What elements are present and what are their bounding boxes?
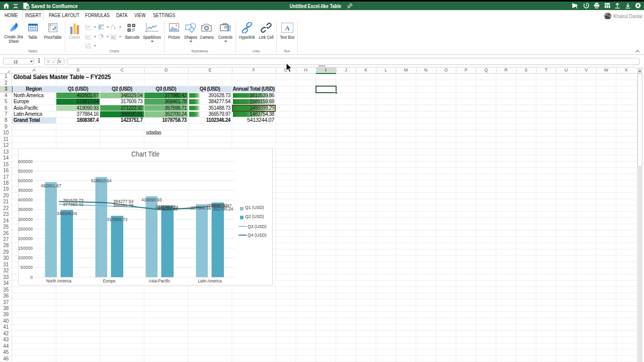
svg-text:Q3 (USD): Q3 (USD): [248, 224, 267, 229]
svg-text:550000: 550000: [18, 169, 33, 174]
svg-text:419090.93: 419090.93: [141, 197, 162, 202]
svg-text:352700.24: 352700.24: [213, 206, 233, 211]
svg-text:200000: 200000: [18, 236, 33, 241]
svg-text:Q2 (USD): Q2 (USD): [245, 214, 264, 219]
svg-text:Q1 (USD): Q1 (USD): [245, 205, 264, 210]
svg-text:500000: 500000: [18, 178, 33, 183]
svg-text:377980.42: 377980.42: [63, 202, 84, 207]
svg-text:Asia-Pacific: Asia-Pacific: [149, 278, 171, 283]
svg-text:Europe: Europe: [103, 278, 116, 283]
svg-text:Latin America: Latin America: [198, 278, 222, 283]
svg-text:350000: 350000: [18, 207, 33, 212]
svg-text:150000: 150000: [18, 246, 33, 251]
svg-text:518810.64: 518810.64: [91, 178, 112, 183]
svg-text:317609.73: 317609.73: [107, 217, 127, 222]
svg-text:400000: 400000: [18, 197, 33, 202]
svg-text:300000: 300000: [18, 217, 33, 222]
svg-text:450000: 450000: [18, 188, 33, 193]
svg-text:368461.78: 368461.78: [113, 203, 134, 208]
svg-text:0: 0: [30, 275, 33, 280]
svg-text:North America: North America: [46, 278, 71, 283]
svg-text:100000: 100000: [18, 255, 33, 260]
svg-text:50000: 50000: [21, 265, 33, 270]
svg-text:600000: 600000: [18, 159, 33, 164]
svg-text:351488.73: 351488.73: [158, 205, 179, 210]
svg-text:348329.04: 348329.04: [56, 211, 77, 216]
svg-text:250000: 250000: [18, 227, 33, 232]
svg-text:492601.67: 492601.67: [41, 183, 61, 188]
svg-text:Q4 (USD): Q4 (USD): [248, 233, 267, 238]
svg-text:Chart Title: Chart Title: [131, 150, 159, 158]
